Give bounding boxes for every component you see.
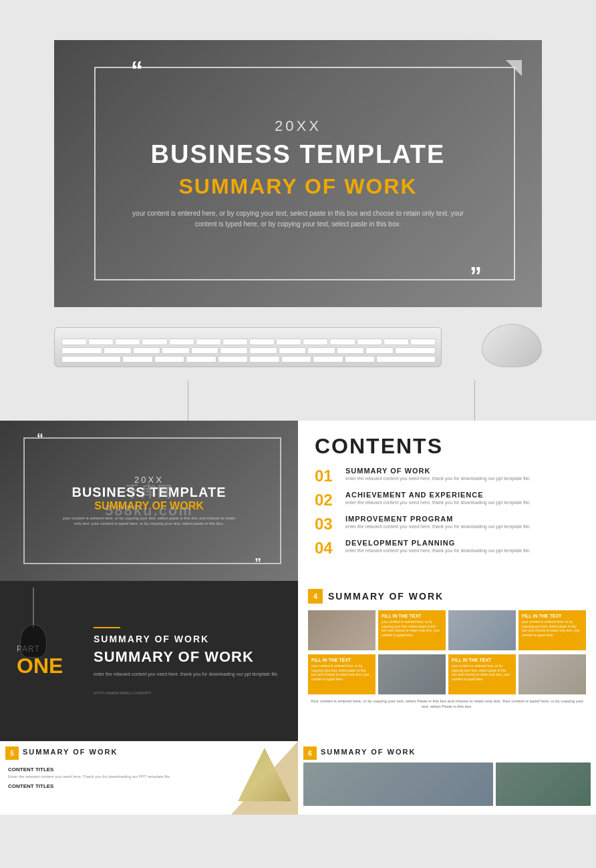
slide2-num-1: 01 xyxy=(315,467,339,485)
slide2-text-2: ACHIEVEMENT AND EXPERIENCE enter the rel… xyxy=(345,491,531,506)
hero-slide: “ ” 20XX BUSINESS TEMPLATE SUMMARY OF WO… xyxy=(54,40,542,307)
lamp-illustration xyxy=(7,588,60,668)
slide-4: 4 SUMMARY OF WORK FILL IN THE TEXT your … xyxy=(298,581,596,741)
slide6-num-badge: 6 xyxy=(303,746,317,760)
slide3-url: HTTP://WWW.588KU.COM/PPT xyxy=(94,691,298,695)
slide2-num-4: 04 xyxy=(315,539,339,558)
slide2-item-2: 02 ACHIEVEMENT AND EXPERIENCE enter the … xyxy=(315,491,579,509)
slide-6: 6 SUMMARY OF WORK xyxy=(298,741,596,815)
slide-3: PART ONE SUMMARY OF WORK SUMMARY OF WORK… xyxy=(0,581,298,741)
hero-content: 20XX BUSINESS TEMPLATE SUMMARY OF WORK y… xyxy=(131,118,465,230)
connecting-lines xyxy=(54,381,542,421)
slide5-tri-img xyxy=(238,748,291,801)
slide6-title: SUMMARY OF WORK xyxy=(321,748,416,756)
slide1-title: BUSINESS TEMPLATE xyxy=(62,485,236,500)
slide1-quote-open: “ xyxy=(37,431,43,446)
slide6-images xyxy=(303,763,591,806)
slide4-footer: Your content is entered here, or by copy… xyxy=(308,698,586,710)
slide-2: CONTENTS 01 SUMMARY OF WORK enter the re… xyxy=(298,421,596,581)
slide1-desc: your content is entered here, or by copy… xyxy=(62,515,236,527)
slide4-fill-3: FILL IN THE TEXT your content is entered… xyxy=(308,654,376,694)
slide2-num-2: 02 xyxy=(315,491,339,509)
slide4-header: 4 SUMMARY OF WORK xyxy=(308,589,586,604)
hero-subtitle: SUMMARY OF WORK xyxy=(131,174,465,199)
slide2-num-3: 03 xyxy=(315,515,339,533)
slide1-year: 20XX xyxy=(62,475,236,485)
hero-corner-tr xyxy=(506,60,522,76)
mouse-image xyxy=(482,324,542,367)
slide4-title: SUMMARY OF WORK xyxy=(328,591,444,602)
slide2-item-4: 04 DEVELOPMENT PLANNING enter the relava… xyxy=(315,539,579,558)
keyboard-rows xyxy=(61,339,436,365)
slide1-quote-close: ” xyxy=(255,556,261,571)
slide4-num-badge: 4 xyxy=(308,589,323,604)
slide3-title: SUMMARY OF WORK xyxy=(94,648,298,666)
slide4-fill-2: FILL IN THE TEXT your content is entered… xyxy=(518,610,586,650)
slide3-divider xyxy=(94,627,120,628)
slide4-img-3 xyxy=(378,654,446,694)
slide2-text-3: IMPROVEMENT PROGRAM enter the relavant c… xyxy=(345,515,531,530)
slide2-item-1: 01 SUMMARY OF WORK enter the relavant co… xyxy=(315,467,579,485)
slide4-img-4 xyxy=(518,654,586,694)
slides-grid: “ ” 20XX BUSINESS TEMPLATE SUMMARY OF WO… xyxy=(0,421,596,815)
slide3-summary: SUMMARY OF WORK xyxy=(94,634,298,644)
slide2-item-3: 03 IMPROVEMENT PROGRAM enter the relavan… xyxy=(315,515,579,533)
slide4-grid-row2: FILL IN THE TEXT your content is entered… xyxy=(308,654,586,694)
slide2-text-4: DEVELOPMENT PLANNING enter the relavant … xyxy=(345,539,531,554)
hero-desc: your content is entered here, or by copy… xyxy=(131,208,465,230)
slide-5: 5 SUMMARY OF WORK CONTENT TITLES Enter t… xyxy=(0,741,298,815)
slide3-desc: enter the relavant content you need here… xyxy=(94,671,298,678)
slide2-text-1: SUMMARY OF WORK enter the relavant conte… xyxy=(345,467,531,482)
keyboard-area xyxy=(54,320,542,374)
hero-title: BUSINESS TEMPLATE xyxy=(131,140,465,169)
slide6-img-1 xyxy=(303,763,493,806)
vline-right xyxy=(474,381,475,421)
slide1-subtitle: SUMMARY OF WORK xyxy=(62,500,236,512)
keyboard-image xyxy=(54,327,442,367)
slide4-img-1 xyxy=(308,610,376,650)
slide5-num-badge: 5 xyxy=(5,746,19,760)
slide6-img-2 xyxy=(496,763,591,806)
slide5-title: SUMMARY OF WORK xyxy=(23,748,118,756)
slide1-content: 20XX BUSINESS TEMPLATE SUMMARY OF WORK y… xyxy=(62,475,236,527)
slide4-img-2 xyxy=(448,610,516,650)
hero-year: 20XX xyxy=(131,118,465,135)
vline-left xyxy=(188,381,188,421)
slide4-fill-4: FILL IN THE TEXT your content is entered… xyxy=(448,654,516,694)
slide4-fill-1: FILL IN THE TEXT your content is entered… xyxy=(378,610,446,650)
slide3-right: SUMMARY OF WORK SUMMARY OF WORK enter th… xyxy=(80,581,298,741)
slide4-grid-row1: FILL IN THE TEXT your content is entered… xyxy=(308,610,586,650)
slide-1: “ ” 20XX BUSINESS TEMPLATE SUMMARY OF WO… xyxy=(0,421,298,581)
hero-quote-close: ” xyxy=(470,262,482,290)
slide2-title: CONTENTS xyxy=(315,434,579,459)
hero-quote-open: “ xyxy=(131,57,143,85)
